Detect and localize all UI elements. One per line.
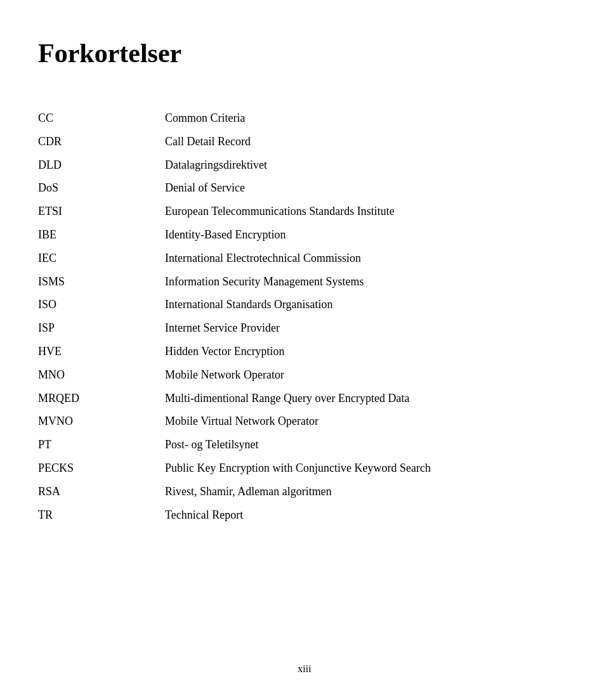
abbreviation-definition: International Standards Organisation: [165, 293, 558, 316]
abbreviation-definition: Hidden Vector Encryption: [165, 340, 558, 363]
abbreviation-definition: Internet Service Provider: [165, 316, 558, 340]
abbreviation-term: MRQED: [38, 387, 165, 410]
table-row: PTPost- og Teletilsynet: [38, 433, 558, 457]
abbreviation-term: RSA: [38, 480, 165, 503]
table-row: ISOInternational Standards Organisation: [38, 293, 558, 316]
page-number: xiii: [298, 663, 311, 674]
table-row: MRQEDMulti-dimentional Range Query over …: [38, 387, 558, 410]
table-row: DLDDatalagringsdirektivet: [38, 153, 558, 177]
abbreviation-term: PT: [38, 433, 165, 457]
table-row: IECInternational Electrotechnical Commis…: [38, 247, 558, 270]
table-row: MVNOMobile Virtual Network Operator: [38, 410, 558, 433]
abbreviation-definition: Denial of Service: [165, 176, 558, 200]
abbreviation-term: ISP: [38, 316, 165, 340]
table-row: MNOMobile Network Operator: [38, 363, 558, 387]
abbreviation-term: IBE: [38, 223, 165, 247]
abbreviation-definition: Mobile Network Operator: [165, 363, 558, 387]
abbreviation-term: MVNO: [38, 410, 165, 433]
abbreviation-term: CDR: [38, 130, 165, 153]
table-row: TRTechnical Report: [38, 503, 558, 527]
table-row: DoSDenial of Service: [38, 176, 558, 200]
abbreviation-definition: Identity-Based Encryption: [165, 223, 558, 247]
table-row: IBEIdentity-Based Encryption: [38, 223, 558, 247]
abbreviation-term: IEC: [38, 247, 165, 270]
abbreviation-term: ISMS: [38, 270, 165, 294]
table-row: CCCommon Criteria: [38, 107, 558, 130]
page-container: Forkortelser CCCommon CriteriaCDRCall De…: [0, 0, 609, 700]
abbreviation-definition: Public Key Encryption with Conjunctive K…: [165, 457, 558, 480]
table-row: HVEHidden Vector Encryption: [38, 340, 558, 363]
abbreviation-definition: Mobile Virtual Network Operator: [165, 410, 558, 433]
abbreviation-definition: Call Detail Record: [165, 130, 558, 153]
abbreviation-term: DoS: [38, 176, 165, 200]
abbreviation-definition: Information Security Management Systems: [165, 270, 558, 294]
abbreviation-term: TR: [38, 503, 165, 527]
abbreviation-definition: Technical Report: [165, 503, 558, 527]
table-row: PECKSPublic Key Encryption with Conjunct…: [38, 457, 558, 480]
abbreviation-term: DLD: [38, 153, 165, 177]
page-title: Forkortelser: [38, 38, 558, 68]
table-row: ISMSInformation Security Management Syst…: [38, 270, 558, 294]
abbreviation-definition: European Telecommunications Standards In…: [165, 200, 558, 223]
abbreviation-term: ETSI: [38, 200, 165, 223]
abbreviation-definition: Post- og Teletilsynet: [165, 433, 558, 457]
abbreviation-term: ISO: [38, 293, 165, 316]
abbreviation-definition: International Electrotechnical Commissio…: [165, 247, 558, 270]
abbreviation-definition: Rivest, Shamir, Adleman algoritmen: [165, 480, 558, 503]
abbreviation-definition: Datalagringsdirektivet: [165, 153, 558, 177]
abbreviations-table: CCCommon CriteriaCDRCall Detail RecordDL…: [38, 107, 558, 526]
table-row: RSARivest, Shamir, Adleman algoritmen: [38, 480, 558, 503]
abbreviation-term: PECKS: [38, 457, 165, 480]
page-footer: xiii: [0, 663, 609, 675]
table-row: CDRCall Detail Record: [38, 130, 558, 153]
abbreviation-definition: Common Criteria: [165, 107, 558, 130]
abbreviation-term: HVE: [38, 340, 165, 363]
abbreviation-term: MNO: [38, 363, 165, 387]
table-row: ETSIEuropean Telecommunications Standard…: [38, 200, 558, 223]
abbreviation-definition: Multi-dimentional Range Query over Encry…: [165, 387, 558, 410]
table-row: ISPInternet Service Provider: [38, 316, 558, 340]
abbreviation-term: CC: [38, 107, 165, 130]
